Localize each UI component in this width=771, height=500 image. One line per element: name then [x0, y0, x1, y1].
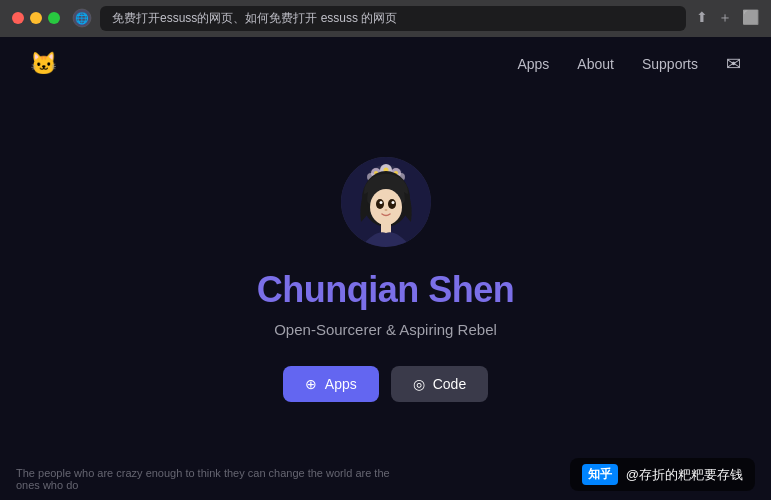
apps-button-label: Apps — [325, 376, 357, 392]
footer-quote: The people who are crazy enough to think… — [16, 467, 396, 491]
browser-actions: ⬆ ＋ ⬜ — [696, 9, 759, 27]
avatar — [341, 157, 431, 247]
traffic-lights — [12, 12, 60, 24]
traffic-light-yellow[interactable] — [30, 12, 42, 24]
browser-chrome: 🌐 免费打开essuss的网页、如何免费打开 essuss 的网页 ⬆ ＋ ⬜ — [0, 0, 771, 37]
zhihu-username: @存折的粑粑要存钱 — [626, 466, 743, 484]
bottom-bar: The people who are crazy enough to think… — [0, 448, 771, 500]
svg-point-15 — [370, 189, 402, 225]
svg-point-18 — [379, 201, 382, 204]
nav-about-link[interactable]: About — [577, 56, 614, 72]
sidebar-icon[interactable]: ⬜ — [742, 9, 759, 27]
code-button-label: Code — [433, 376, 466, 392]
add-tab-icon[interactable]: ＋ — [718, 9, 732, 27]
svg-point-20 — [384, 209, 387, 211]
zhihu-logo: 知乎 — [582, 464, 618, 485]
hero-buttons: ⊕ Apps ◎ Code — [283, 366, 488, 402]
svg-point-16 — [376, 199, 384, 209]
nav-supports-link[interactable]: Supports — [642, 56, 698, 72]
svg-point-17 — [388, 199, 396, 209]
share-icon[interactable]: ⬆ — [696, 9, 708, 27]
browser-logo-icon: 🌐 — [72, 8, 92, 28]
url-bar[interactable]: 免费打开essuss的网页、如何免费打开 essuss 的网页 — [100, 6, 686, 31]
traffic-light-green[interactable] — [48, 12, 60, 24]
hero-subtitle: Open-Sourcerer & Aspiring Rebel — [274, 321, 497, 338]
svg-rect-21 — [381, 223, 391, 233]
hero-name: Chunqian Shen — [257, 269, 515, 311]
avatar-image — [341, 157, 431, 247]
browser-titlebar: 🌐 免费打开essuss的网页、如何免费打开 essuss 的网页 ⬆ ＋ ⬜ — [0, 0, 771, 36]
code-button-icon: ◎ — [413, 376, 425, 392]
website-content: 🐱 Apps About Supports ✉ — [0, 37, 771, 500]
traffic-light-red[interactable] — [12, 12, 24, 24]
svg-point-19 — [391, 201, 394, 204]
email-icon[interactable]: ✉ — [726, 53, 741, 75]
navbar: 🐱 Apps About Supports ✉ — [0, 37, 771, 91]
url-text: 免费打开essuss的网页、如何免费打开 essuss 的网页 — [112, 10, 397, 27]
svg-text:🌐: 🌐 — [75, 11, 89, 25]
code-button[interactable]: ◎ Code — [391, 366, 488, 402]
apps-button[interactable]: ⊕ Apps — [283, 366, 379, 402]
hero-section: Chunqian Shen Open-Sourcerer & Aspiring … — [0, 37, 771, 500]
nav-links: Apps About Supports ✉ — [517, 53, 741, 75]
site-logo: 🐱 — [30, 51, 57, 77]
nav-apps-link[interactable]: Apps — [517, 56, 549, 72]
zhihu-badge: 知乎 @存折的粑粑要存钱 — [570, 458, 755, 491]
apps-button-icon: ⊕ — [305, 376, 317, 392]
